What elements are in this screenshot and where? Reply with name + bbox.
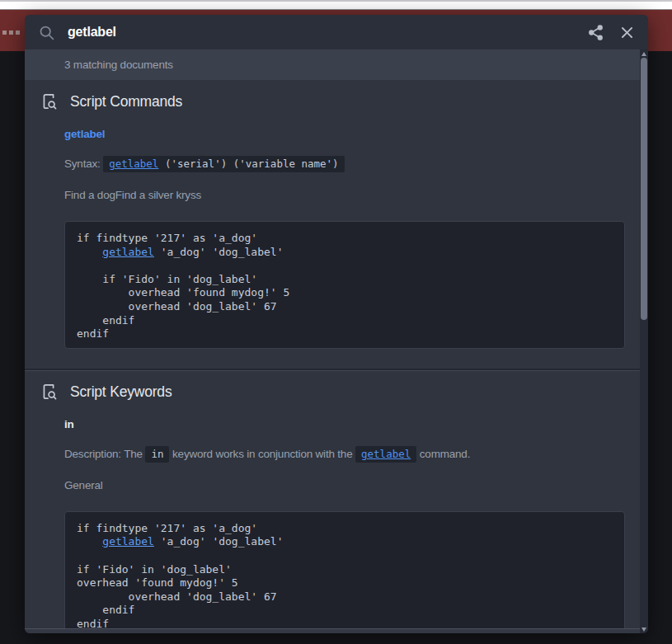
in-code-chip: in bbox=[145, 446, 169, 463]
code-block: if findtype '217' as 'a_dog' getlabel 'a… bbox=[64, 511, 625, 628]
match-count-text: 3 matching documents bbox=[64, 59, 173, 71]
getlabel-code-chip: getlabel bbox=[355, 446, 416, 463]
code-block: if findtype '217' as 'a_dog' getlabel 'a… bbox=[64, 221, 625, 349]
code-line: endif bbox=[77, 618, 613, 628]
result-section-script-keywords: Script Keywords in Description: The in k… bbox=[25, 369, 640, 628]
overflow-dots-icon bbox=[2, 31, 20, 35]
scrollbar-thumb[interactable] bbox=[641, 58, 647, 320]
syntax-getlabel-link[interactable]: getlabel bbox=[109, 157, 158, 170]
code-line: getlabel 'a_dog' 'dog_label' bbox=[77, 535, 613, 549]
keyword-term: in bbox=[64, 418, 74, 430]
share-button[interactable] bbox=[587, 24, 604, 41]
match-count-row: 3 matching documents bbox=[25, 49, 640, 80]
results-viewport: 3 matching documents Script Commands bbox=[25, 49, 648, 633]
code-line: if 'Fido' in 'dog_label' bbox=[77, 273, 613, 287]
code-line bbox=[77, 259, 613, 273]
code-line: if findtype '217' as 'a_dog' bbox=[77, 522, 613, 536]
close-button[interactable] bbox=[619, 25, 635, 40]
code-line: if 'Fido' in 'dog_label' bbox=[77, 563, 613, 577]
code-line: endif bbox=[77, 314, 613, 328]
command-term-link[interactable]: getlabel bbox=[64, 128, 105, 140]
close-icon bbox=[619, 25, 635, 40]
search-bar bbox=[25, 15, 648, 49]
syntax-code-chip: getlabel ('serial') ('variable name') bbox=[103, 156, 344, 172]
search-modal: 3 matching documents Script Commands bbox=[25, 15, 648, 633]
scrollbar-up-arrow-icon[interactable] bbox=[640, 50, 648, 57]
modal-bottom-strip bbox=[25, 628, 640, 633]
share-icon bbox=[587, 24, 604, 41]
code-line: overhead 'dog_label' 67 bbox=[77, 300, 613, 314]
section-title: Script Commands bbox=[70, 93, 182, 110]
keyword-description: Description: The in keyword works in con… bbox=[64, 447, 625, 462]
code-line: overhead 'found mydog!' 5 bbox=[77, 286, 613, 300]
command-summary: Find a dogFind a silver kryss bbox=[64, 188, 625, 203]
code-getlabel-link[interactable]: getlabel bbox=[102, 246, 154, 258]
code-line: overhead 'dog_label' 67 bbox=[77, 590, 613, 604]
file-search-icon bbox=[40, 92, 59, 111]
search-icon bbox=[38, 24, 55, 41]
section-title: Script Keywords bbox=[70, 383, 172, 401]
code-getlabel-link[interactable]: getlabel bbox=[102, 535, 154, 548]
syntax-label: Syntax: bbox=[64, 157, 101, 170]
result-section-script-commands: Script Commands getlabel Syntax: getlabe… bbox=[25, 80, 640, 369]
code-line: overhead 'found mydog!' 5 bbox=[77, 576, 613, 590]
code-line: endif bbox=[77, 327, 613, 341]
search-input[interactable] bbox=[68, 25, 572, 40]
browser-top-strip bbox=[0, 0, 672, 10]
results-list: Script Commands getlabel Syntax: getlabe… bbox=[25, 80, 640, 628]
syntax-line: Syntax: getlabel ('serial') ('variable n… bbox=[64, 157, 625, 172]
keyword-subheading: General bbox=[64, 478, 625, 493]
scrollbar-down-arrow-icon[interactable] bbox=[640, 626, 648, 632]
code-line bbox=[77, 549, 613, 563]
code-line: getlabel 'a_dog' 'dog_label' bbox=[77, 246, 613, 260]
results-scrollbar[interactable] bbox=[640, 49, 648, 633]
code-line: if findtype '217' as 'a_dog' bbox=[77, 232, 613, 246]
desc-getlabel-link[interactable]: getlabel bbox=[361, 448, 411, 460]
code-line: endif bbox=[77, 604, 613, 618]
file-search-icon bbox=[40, 383, 59, 402]
